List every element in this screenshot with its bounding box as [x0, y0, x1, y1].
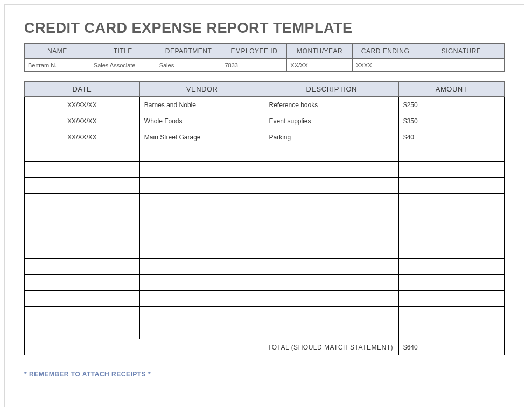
cell-vendor [139, 291, 264, 307]
cell-description [264, 307, 398, 323]
info-header-signature: SIGNATURE [418, 44, 505, 59]
exp-header-date: DATE [25, 82, 140, 97]
info-header-card-ending: CARD ENDING [353, 44, 418, 59]
cell-description [264, 210, 398, 226]
table-row [25, 307, 505, 323]
cell-description [264, 275, 398, 291]
cell-date [25, 145, 140, 162]
info-value-employee-id: 7833 [221, 59, 287, 72]
cell-date [25, 291, 140, 307]
page-title: CREDIT CARD EXPENSE REPORT TEMPLATE [24, 20, 505, 37]
table-row [25, 291, 505, 307]
cell-date [25, 178, 140, 194]
cell-amount [398, 226, 504, 242]
cell-description [264, 194, 398, 210]
cell-amount [398, 194, 504, 210]
table-row [25, 242, 505, 259]
table-row [25, 194, 505, 210]
cell-vendor [139, 210, 264, 226]
cell-vendor [139, 145, 264, 162]
cell-date [25, 259, 140, 275]
cell-date [25, 323, 140, 339]
info-header-department: DEPARTMENT [156, 44, 221, 59]
cell-vendor [139, 226, 264, 242]
cell-amount [398, 323, 504, 339]
cell-description [264, 291, 398, 307]
reminder-note: * REMEMBER TO ATTACH RECEIPTS * [24, 371, 505, 378]
cell-vendor [139, 242, 264, 259]
cell-amount [398, 275, 504, 291]
cell-description: Parking [264, 129, 398, 145]
cell-date [25, 162, 140, 178]
cell-vendor [139, 323, 264, 339]
cell-description: Reference books [264, 97, 398, 113]
table-row [25, 178, 505, 194]
cell-date [25, 210, 140, 226]
exp-header-vendor: VENDOR [139, 82, 264, 97]
table-row [25, 210, 505, 226]
cell-vendor [139, 307, 264, 323]
table-row [25, 259, 505, 275]
cell-amount [398, 145, 504, 162]
cell-amount: $40 [398, 129, 504, 145]
exp-header-description: DESCRIPTION [264, 82, 398, 97]
exp-header-amount: AMOUNT [398, 82, 504, 97]
cell-vendor [139, 162, 264, 178]
expense-table: DATE VENDOR DESCRIPTION AMOUNT XX/XX/XXB… [24, 81, 505, 355]
cell-description [264, 226, 398, 242]
cell-description [264, 259, 398, 275]
cell-amount [398, 242, 504, 259]
cell-date [25, 194, 140, 210]
cell-date: XX/XX/XX [25, 113, 140, 129]
table-row [25, 162, 505, 178]
info-header-employee-id: EMPLOYEE ID [221, 44, 287, 59]
total-label: TOTAL (SHOULD MATCH STATEMENT) [25, 339, 399, 355]
table-row [25, 226, 505, 242]
document-page: CREDIT CARD EXPENSE REPORT TEMPLATE NAME… [4, 4, 524, 407]
table-row [25, 275, 505, 291]
cell-vendor: Main Street Garage [139, 129, 264, 145]
cell-amount: $250 [398, 97, 504, 113]
cell-vendor: Whole Foods [139, 113, 264, 129]
total-value: $640 [398, 339, 504, 355]
cell-description [264, 145, 398, 162]
cell-amount [398, 259, 504, 275]
cell-date [25, 307, 140, 323]
cell-vendor [139, 259, 264, 275]
info-table: NAME TITLE DEPARTMENT EMPLOYEE ID MONTH/… [24, 43, 505, 72]
info-value-department: Sales [156, 59, 221, 72]
cell-date [25, 226, 140, 242]
table-row [25, 323, 505, 339]
cell-amount [398, 307, 504, 323]
info-value-title: Sales Associate [90, 59, 156, 72]
cell-vendor [139, 194, 264, 210]
cell-amount: $350 [398, 113, 504, 129]
table-row: XX/XX/XXWhole FoodsEvent supplies$350 [25, 113, 505, 129]
cell-amount [398, 210, 504, 226]
cell-date: XX/XX/XX [25, 129, 140, 145]
cell-description [264, 162, 398, 178]
cell-date [25, 242, 140, 259]
table-row: XX/XX/XXBarnes and NobleReference books$… [25, 97, 505, 113]
table-row [25, 145, 505, 162]
cell-description [264, 323, 398, 339]
info-value-card-ending: XXXX [353, 59, 418, 72]
info-header-name: NAME [25, 44, 90, 59]
cell-amount [398, 178, 504, 194]
cell-amount [398, 291, 504, 307]
info-value-name: Bertram N. [25, 59, 90, 72]
info-value-month-year: XX/XX [287, 59, 353, 72]
table-row: XX/XX/XXMain Street GarageParking$40 [25, 129, 505, 145]
info-value-signature [418, 59, 505, 72]
info-header-month-year: MONTH/YEAR [287, 44, 353, 59]
cell-vendor [139, 178, 264, 194]
info-header-title: TITLE [90, 44, 156, 59]
cell-description [264, 242, 398, 259]
cell-vendor [139, 275, 264, 291]
cell-vendor: Barnes and Noble [139, 97, 264, 113]
cell-amount [398, 162, 504, 178]
cell-description [264, 178, 398, 194]
cell-date [25, 275, 140, 291]
cell-description: Event supplies [264, 113, 398, 129]
cell-date: XX/XX/XX [25, 97, 140, 113]
